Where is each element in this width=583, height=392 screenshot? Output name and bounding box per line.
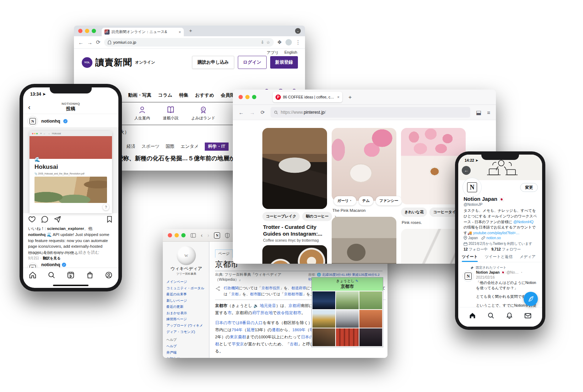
minimize-button[interactable] — [85, 29, 89, 33]
yomiuri-logo[interactable]: YOL 讀賣新聞 オンライン — [82, 57, 155, 68]
tab-page[interactable]: ページ — [215, 249, 233, 258]
pin-title[interactable]: Trotter - Curated City Guides on Instagr… — [263, 224, 327, 237]
login-button[interactable]: ログイン — [238, 56, 267, 69]
minimize-button[interactable] — [245, 95, 250, 99]
bookmark-icon[interactable] — [106, 215, 113, 223]
nav-column[interactable]: コラム — [158, 92, 172, 98]
reload-icon[interactable]: ⟳ — [96, 39, 101, 45]
pin-image-latte[interactable] — [262, 245, 327, 264]
forward-icon[interactable]: → — [250, 109, 255, 116]
zoom-button[interactable] — [181, 233, 186, 237]
messages-icon[interactable] — [524, 312, 531, 319]
home-indicator[interactable] — [53, 285, 89, 286]
wikipedia-globe-logo[interactable]: W — [177, 246, 196, 265]
pocket-icon[interactable]: ⬓ — [476, 109, 481, 116]
edit-profile-button[interactable]: 変更 — [520, 183, 538, 192]
tab-close-icon[interactable]: × — [337, 95, 339, 99]
post-username[interactable]: notionhq — [41, 119, 60, 124]
address-bar[interactable]: https://www.pinterest.jp/ — [271, 107, 470, 118]
sidebar-link-community[interactable]: コミュニティ・ポータル — [166, 285, 206, 291]
like-icon[interactable] — [28, 215, 36, 223]
pin-image-newspaper[interactable] — [262, 128, 327, 209]
post-date[interactable]: 9月2日・翻訳を見る — [28, 256, 61, 261]
pin-image-teapot[interactable] — [332, 217, 396, 264]
close-button[interactable] — [168, 233, 172, 237]
sidebar-link-pump[interactable]: 井戸端 — [166, 349, 206, 356]
category-tab[interactable]: スポーツ — [141, 144, 160, 150]
sidebar-link-current[interactable]: 最近の出来事 — [166, 291, 206, 297]
browser-tab[interactable]: 読 読売新聞オンライン：ニュース& × — [102, 28, 184, 36]
home-icon[interactable] — [29, 271, 37, 279]
tag-pill[interactable]: きれいな花 — [401, 208, 427, 217]
edit-icon[interactable]: ✎ — [355, 279, 358, 283]
forward-icon[interactable]: → — [87, 39, 92, 45]
avatar[interactable]: N — [27, 116, 38, 127]
tweet-avatar[interactable]: N — [462, 270, 474, 282]
pin-caption[interactable]: Pink roses. — [402, 220, 422, 225]
tag-pill[interactable]: 朝のコーヒー — [302, 212, 332, 221]
bookmark-star-icon[interactable]: ☆ — [266, 40, 270, 45]
comment-icon[interactable] — [41, 215, 49, 223]
pin-image-pink-macaron[interactable] — [332, 128, 396, 201]
view-comments-link[interactable]: コメント20件をすべて見る — [28, 251, 79, 256]
register-button[interactable]: 新規登録 — [270, 56, 298, 69]
back-button[interactable]: ← — [462, 166, 471, 175]
browser-tab[interactable]: P 86 COFFEE ideas | coffee, coffe × — [273, 92, 342, 102]
close-button[interactable] — [239, 95, 243, 99]
likes-row[interactable]: いいね！: sciencian_explorer、他 — [28, 226, 114, 231]
back-icon[interactable]: ← — [78, 39, 84, 45]
back-icon[interactable]: ← — [239, 109, 244, 116]
firefox-menu-icon[interactable]: ≡ — [487, 109, 490, 116]
category-tab[interactable]: エンタメ — [181, 144, 199, 150]
tag-pill[interactable]: コーヒーブレイク — [262, 212, 300, 221]
tab-media[interactable]: メディア — [516, 254, 539, 262]
reload-icon[interactable]: ⟳ — [261, 109, 265, 115]
pin-caption[interactable]: The Pink Macaron — [332, 208, 365, 213]
sidebar-link-random[interactable]: おまかせ表示 — [166, 310, 206, 316]
tag-pill[interactable]: テム — [359, 196, 374, 205]
tag-pill[interactable]: ファンシー — [376, 196, 402, 205]
compose-tweet-button[interactable] — [524, 292, 538, 306]
search-icon[interactable] — [487, 312, 494, 319]
tab-tweets[interactable]: ツイート — [458, 254, 481, 262]
nav-feature[interactable]: 特集 — [179, 92, 188, 98]
quicklink-novel[interactable]: 連載小説 — [163, 106, 178, 121]
tab-close-icon[interactable]: × — [179, 30, 181, 34]
sidebar-link-newpages[interactable]: 新しいページ — [166, 297, 206, 304]
shop-icon[interactable] — [86, 271, 94, 279]
category-tab[interactable]: 国際 — [166, 144, 175, 150]
notion-extension-icon[interactable]: N — [214, 232, 220, 238]
sidebar-link-upload[interactable]: アップロード (ウィキメディア・コモンズ) — [166, 322, 206, 335]
follow-stats[interactable]: 12 フォロー中 9,712 フォロワー — [464, 247, 521, 252]
sidebar-link-sandbox[interactable]: 練習用ページ — [166, 316, 206, 322]
home-icon[interactable] — [469, 312, 476, 319]
search-icon[interactable] — [48, 271, 55, 279]
extensions-icon[interactable]: ❖ — [277, 39, 282, 45]
address-bar[interactable]: yomiuri.co.jp ⇩ ☆ — [104, 38, 274, 47]
zoom-button[interactable] — [92, 29, 96, 33]
shield-icon[interactable] — [225, 233, 230, 238]
profile-icon[interactable] — [105, 271, 113, 279]
tab-replies[interactable]: ツイートと返信 — [481, 254, 516, 262]
sidebar-link-main[interactable]: メインページ — [166, 279, 206, 285]
chrome-menu-icon[interactable]: ⋮ — [295, 39, 301, 45]
english-link[interactable]: English — [284, 50, 297, 55]
tab-likes[interactable]: いいね — [539, 254, 542, 262]
close-button[interactable] — [78, 29, 82, 33]
profile-avatar[interactable]: N — [463, 178, 481, 197]
new-tab-icon[interactable]: ＋ — [347, 94, 353, 101]
sidebar-link-recent[interactable]: 最近の更新 — [166, 304, 206, 310]
sidebar-icon[interactable] — [191, 233, 196, 238]
forward-icon[interactable]: › — [208, 232, 209, 238]
help-bubble[interactable]: ? — [103, 204, 109, 210]
post-image[interactable]: ≡ ← → Hokusai 🌊 Hokusai 📎 2005_Hokusai_a… — [23, 127, 118, 213]
quicklink-advice[interactable]: 人生案内 — [134, 106, 150, 121]
profile-avatar[interactable] — [285, 39, 292, 45]
back-chevron-icon[interactable]: ‹ — [28, 103, 31, 111]
category-tab-selected[interactable]: 科学・IT — [205, 143, 229, 151]
subscribe-button[interactable]: 購読お申し込み — [192, 56, 234, 69]
new-tab-icon[interactable]: ＋ — [188, 28, 193, 34]
next-post-username[interactable]: notionhq — [41, 262, 60, 267]
app-link[interactable]: アプリ — [267, 50, 279, 55]
reels-icon[interactable] — [67, 271, 75, 279]
